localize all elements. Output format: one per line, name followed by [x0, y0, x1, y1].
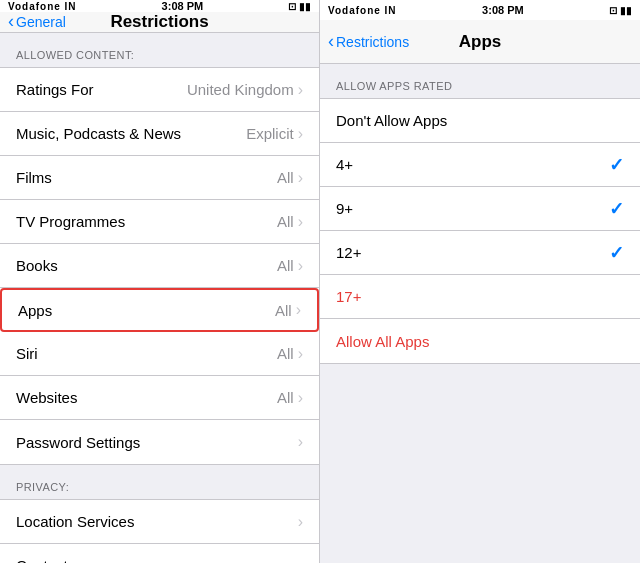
siri-value: All — [277, 345, 294, 362]
websites-label: Websites — [16, 389, 77, 406]
four-plus-item[interactable]: 4+ ✓ — [320, 143, 640, 187]
books-item[interactable]: Books All › — [0, 244, 319, 288]
nine-plus-checkmark: ✓ — [609, 198, 624, 220]
back-chevron-left: ‹ — [8, 11, 14, 32]
seventeen-plus-item[interactable]: 17+ — [320, 275, 640, 319]
websites-chevron: › — [298, 389, 303, 407]
status-bar-right: Vodafone IN 3:08 PM ⊡ ▮▮ — [320, 0, 640, 20]
twelve-plus-checkmark: ✓ — [609, 242, 624, 264]
status-bar-left: Vodafone IN 3:08 PM ⊡ ▮▮ — [0, 0, 319, 12]
siri-label: Siri — [16, 345, 38, 362]
carrier-right: Vodafone IN — [328, 5, 397, 16]
twelve-plus-item[interactable]: 12+ ✓ — [320, 231, 640, 275]
dont-allow-apps-item[interactable]: Don't Allow Apps — [320, 99, 640, 143]
location-services-item[interactable]: Location Services › — [0, 500, 319, 544]
tv-value: All — [277, 213, 294, 230]
music-label: Music, Podcasts & News — [16, 125, 181, 142]
allow-apps-rated-header: ALLOW APPS RATED — [320, 64, 640, 98]
contacts-label: Contacts — [16, 557, 75, 563]
music-value: Explicit — [246, 125, 294, 142]
apps-label: Apps — [18, 302, 52, 319]
ratings-for-value: United Kingdom — [187, 81, 294, 98]
back-button-left[interactable]: ‹ General — [8, 12, 66, 32]
websites-item[interactable]: Websites All › — [0, 376, 319, 420]
contacts-item[interactable]: Contacts › — [0, 544, 319, 563]
location-services-right: › — [298, 513, 303, 531]
contacts-chevron: › — [298, 557, 303, 564]
right-gap — [320, 364, 640, 563]
back-button-right[interactable]: ‹ Restrictions — [328, 32, 409, 52]
websites-right: All › — [277, 389, 303, 407]
films-label: Films — [16, 169, 52, 186]
books-label: Books — [16, 257, 58, 274]
nav-bar-right: ‹ Restrictions Apps — [320, 20, 640, 64]
time-right: 3:08 PM — [482, 4, 524, 16]
websites-value: All — [277, 389, 294, 406]
nine-plus-item[interactable]: 9+ ✓ — [320, 187, 640, 231]
allow-all-apps-label: Allow All Apps — [336, 333, 429, 350]
time-left: 3:08 PM — [162, 0, 204, 12]
allow-all-apps-item[interactable]: Allow All Apps — [320, 319, 640, 363]
music-right: Explicit › — [246, 125, 303, 143]
apps-value: All — [275, 302, 292, 319]
nine-plus-label: 9+ — [336, 200, 353, 217]
app-rating-list: Don't Allow Apps 4+ ✓ 9+ ✓ 12+ ✓ 17+ All… — [320, 98, 640, 364]
allowed-content-header: ALLOWED CONTENT: — [0, 33, 319, 67]
tv-chevron: › — [298, 213, 303, 231]
siri-chevron: › — [298, 345, 303, 363]
ratings-for-label: Ratings For — [16, 81, 94, 98]
contacts-right: › — [298, 557, 303, 564]
back-label-left: General — [16, 14, 66, 30]
films-right: All › — [277, 169, 303, 187]
films-item[interactable]: Films All › — [0, 156, 319, 200]
left-panel: Vodafone IN 3:08 PM ⊡ ▮▮ ‹ General Restr… — [0, 0, 320, 563]
films-chevron: › — [298, 169, 303, 187]
right-panel: Vodafone IN 3:08 PM ⊡ ▮▮ ‹ Restrictions … — [320, 0, 640, 563]
page-title-left: Restrictions — [110, 12, 208, 32]
password-settings-item[interactable]: Password Settings › — [0, 420, 319, 464]
ratings-for-item[interactable]: Ratings For United Kingdom › — [0, 68, 319, 112]
music-item[interactable]: Music, Podcasts & News Explicit › — [0, 112, 319, 156]
password-settings-chevron: › — [298, 433, 303, 451]
password-settings-label: Password Settings — [16, 434, 140, 451]
dont-allow-apps-label: Don't Allow Apps — [336, 112, 447, 129]
status-icons-left: ⊡ ▮▮ — [288, 1, 311, 12]
twelve-plus-label: 12+ — [336, 244, 361, 261]
seventeen-plus-label: 17+ — [336, 288, 361, 305]
carrier-left: Vodafone IN — [8, 1, 77, 12]
page-title-right: Apps — [459, 32, 502, 52]
status-icons-right: ⊡ ▮▮ — [609, 5, 632, 16]
books-chevron: › — [298, 257, 303, 275]
apps-right: All › — [275, 301, 301, 319]
privacy-list: Location Services › Contacts › Calendars… — [0, 499, 319, 563]
tv-label: TV Programmes — [16, 213, 125, 230]
back-chevron-right: ‹ — [328, 31, 334, 52]
books-value: All — [277, 257, 294, 274]
allowed-content-list: Ratings For United Kingdom › Music, Podc… — [0, 67, 319, 465]
siri-right: All › — [277, 345, 303, 363]
music-chevron: › — [298, 125, 303, 143]
password-settings-right: › — [298, 433, 303, 451]
apps-item[interactable]: Apps All › — [0, 288, 319, 332]
apps-chevron: › — [296, 301, 301, 319]
four-plus-label: 4+ — [336, 156, 353, 173]
ratings-for-right: United Kingdom › — [187, 81, 303, 99]
location-services-chevron: › — [298, 513, 303, 531]
nav-bar-left: ‹ General Restrictions — [0, 12, 319, 33]
tv-right: All › — [277, 213, 303, 231]
siri-item[interactable]: Siri All › — [0, 332, 319, 376]
films-value: All — [277, 169, 294, 186]
location-services-label: Location Services — [16, 513, 134, 530]
four-plus-checkmark: ✓ — [609, 154, 624, 176]
books-right: All › — [277, 257, 303, 275]
privacy-header: PRIVACY: — [0, 465, 319, 499]
tv-item[interactable]: TV Programmes All › — [0, 200, 319, 244]
ratings-for-chevron: › — [298, 81, 303, 99]
back-label-right: Restrictions — [336, 34, 409, 50]
